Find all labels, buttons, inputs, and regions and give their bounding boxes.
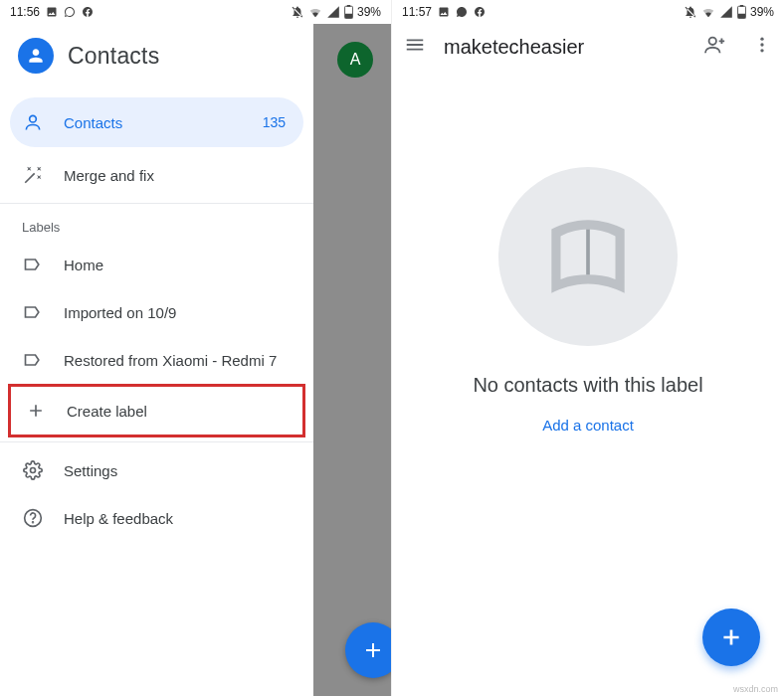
svg-point-3 xyxy=(30,115,37,122)
svg-point-11 xyxy=(760,38,763,41)
app-title: Contacts xyxy=(68,43,159,70)
add-contact-link[interactable]: Add a contact xyxy=(542,417,634,434)
photos-icon xyxy=(438,6,450,18)
contacts-logo-icon xyxy=(18,38,54,74)
app-title-row: Contacts xyxy=(0,24,313,93)
svg-point-4 xyxy=(31,468,36,473)
facebook-icon xyxy=(82,6,94,18)
magic-wand-icon xyxy=(22,165,44,185)
whatsapp-icon xyxy=(64,6,76,18)
add-person-icon[interactable] xyxy=(704,34,726,60)
label-icon xyxy=(22,255,44,274)
status-time: 11:56 xyxy=(10,5,40,19)
dnd-icon xyxy=(291,5,304,19)
status-left: 11:56 xyxy=(10,5,94,19)
screen-contacts-drawer: 11:56 39% Contacts Contacts 135 xyxy=(0,0,392,696)
status-bar: 11:57 39% xyxy=(392,0,784,24)
sidebar-item-settings[interactable]: Settings xyxy=(0,446,313,494)
status-time: 11:57 xyxy=(402,5,432,19)
sidebar-item-label: Settings xyxy=(64,462,117,479)
navigation-drawer: Contacts Contacts 135 Merge and fix Labe… xyxy=(0,24,313,696)
sidebar-item-merge[interactable]: Merge and fix xyxy=(0,151,313,199)
status-right: 39% xyxy=(684,5,774,19)
dnd-icon xyxy=(684,5,697,19)
sidebar-item-label: Restored from Xiaomi - Redmi 7 xyxy=(64,352,277,369)
divider xyxy=(0,203,313,204)
facebook-icon xyxy=(474,6,486,18)
account-avatar[interactable]: A xyxy=(337,42,373,78)
app-bar: maketecheasier xyxy=(392,24,784,68)
svg-point-12 xyxy=(760,43,763,46)
battery-percent: 39% xyxy=(750,5,774,19)
plus-icon xyxy=(25,401,47,421)
sidebar-item-label: Imported on 10/9 xyxy=(64,304,176,321)
label-icon xyxy=(22,350,44,370)
status-left: 11:57 xyxy=(402,5,486,19)
sidebar-label-restored[interactable]: Restored from Xiaomi - Redmi 7 xyxy=(0,336,313,384)
signal-icon xyxy=(326,5,340,19)
fab-add[interactable] xyxy=(702,609,760,666)
wifi-icon xyxy=(308,5,322,19)
empty-text: No contacts with this label xyxy=(473,374,702,397)
watermark: wsxdn.com xyxy=(733,684,778,694)
empty-state: No contacts with this label Add a contac… xyxy=(392,167,784,434)
scrim[interactable]: A xyxy=(313,24,391,696)
screen-label-empty: 11:57 39% maketecheasier No contacts wit xyxy=(392,0,784,696)
status-bar: 11:56 39% xyxy=(0,0,391,24)
svg-rect-1 xyxy=(347,5,351,7)
sidebar-item-help[interactable]: Help & feedback xyxy=(0,494,313,542)
book-icon xyxy=(498,167,678,346)
battery-icon xyxy=(344,5,353,19)
whatsapp-icon xyxy=(456,6,468,18)
battery-percent: 39% xyxy=(357,5,381,19)
help-icon xyxy=(22,508,44,528)
plus-icon xyxy=(718,624,744,650)
sidebar-item-contacts[interactable]: Contacts 135 xyxy=(10,97,303,147)
gear-icon xyxy=(22,460,44,480)
battery-icon xyxy=(737,5,746,19)
menu-icon[interactable] xyxy=(404,34,426,60)
wifi-icon xyxy=(701,5,715,19)
svg-rect-8 xyxy=(740,5,744,7)
highlight-box: Create label xyxy=(8,384,305,437)
svg-rect-2 xyxy=(345,14,352,18)
svg-point-6 xyxy=(33,522,34,523)
sidebar-item-label: Merge and fix xyxy=(64,167,154,184)
labels-header: Labels xyxy=(0,208,313,241)
svg-rect-9 xyxy=(738,14,745,18)
sidebar-label-imported[interactable]: Imported on 10/9 xyxy=(0,288,313,336)
page-title: maketecheasier xyxy=(444,36,686,59)
label-icon xyxy=(22,302,44,322)
sidebar-item-label: Contacts xyxy=(64,114,243,131)
sidebar-item-label: Home xyxy=(64,257,103,273)
sidebar-label-home[interactable]: Home xyxy=(0,241,313,288)
svg-point-10 xyxy=(709,38,716,45)
sidebar-item-create-label[interactable]: Create label xyxy=(11,387,302,435)
status-right: 39% xyxy=(291,5,381,19)
sidebar-item-label: Help & feedback xyxy=(64,510,173,527)
more-icon[interactable] xyxy=(752,35,772,59)
photos-icon xyxy=(46,6,58,18)
contacts-count: 135 xyxy=(263,114,286,130)
person-icon xyxy=(22,112,44,132)
signal-icon xyxy=(719,5,733,19)
svg-point-13 xyxy=(760,49,763,52)
fab-add[interactable] xyxy=(345,622,392,678)
divider xyxy=(0,441,313,442)
sidebar-item-label: Create label xyxy=(67,403,147,420)
